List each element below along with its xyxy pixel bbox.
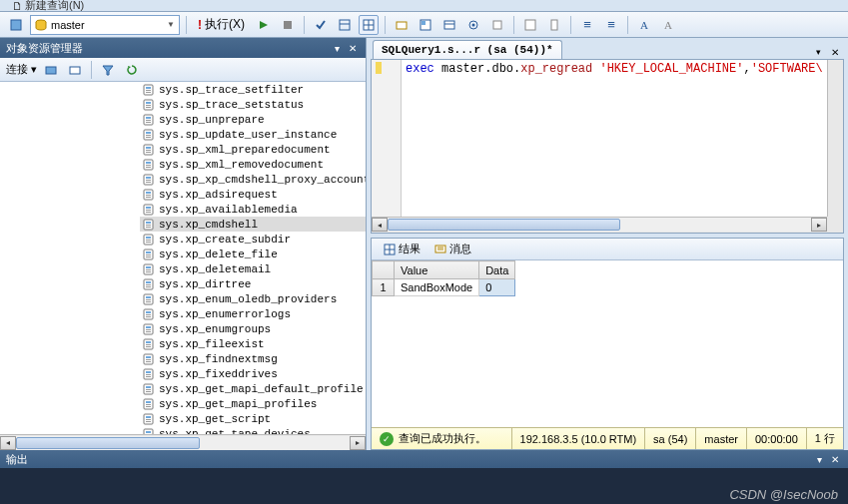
uncomment-button[interactable]: A (658, 15, 678, 35)
tree-item[interactable]: sys.sp_xp_cmdshell_proxy_account (140, 172, 366, 187)
tree-item[interactable]: sys.xp_get_mapi_profiles (140, 396, 366, 411)
btn-d[interactable] (463, 15, 483, 35)
btn-g[interactable] (544, 15, 564, 35)
tree-item[interactable]: sys.xp_enum_oledb_providers (140, 291, 366, 306)
options-button[interactable] (335, 15, 355, 35)
tree-item-label: sys.xp_enum_oledb_providers (159, 293, 337, 305)
tree-item[interactable]: sys.sp_trace_setstatus (140, 97, 366, 112)
table-row[interactable]: 1 SandBoxMode 0 (373, 279, 515, 296)
oe-btn-2[interactable] (65, 60, 85, 80)
tree-item[interactable]: sys.xp_get_script (140, 411, 366, 426)
tree-item[interactable]: sys.xp_delete_file (140, 247, 366, 261)
btn-c[interactable] (439, 15, 459, 35)
editor-v-scrollbar[interactable] (827, 60, 843, 217)
database-icon (35, 19, 47, 31)
tab-dropdown-icon[interactable]: ▾ (811, 45, 825, 59)
outdent-button[interactable]: ≡ (577, 15, 597, 35)
grid-corner[interactable] (373, 261, 395, 279)
svg-rect-92 (146, 341, 151, 343)
tree-item[interactable]: sys.xp_adsirequest (140, 187, 366, 202)
svg-rect-80 (146, 296, 151, 298)
status-bar: ✓ 查询已成功执行。 192.168.3.5 (10.0 RTM) sa (54… (372, 427, 843, 449)
messages-tab[interactable]: 消息 (428, 240, 477, 258)
ed-scroll-left[interactable]: ◂ (372, 218, 388, 232)
grid-button[interactable] (359, 15, 379, 35)
database-selector[interactable]: master (30, 15, 180, 35)
tree-item[interactable]: sys.xp_findnextmsg (140, 351, 366, 366)
stored-proc-icon (142, 113, 156, 127)
status-rows: 1 行 (806, 428, 843, 449)
results-tab[interactable]: 结果 (378, 240, 426, 258)
play-button[interactable] (254, 15, 274, 35)
stop-button[interactable] (278, 15, 298, 35)
scroll-left-button[interactable]: ◂ (0, 436, 16, 450)
tree-item[interactable]: sys.sp_xml_preparedocument (140, 142, 366, 157)
output-close-icons[interactable]: ▾ ✕ (817, 454, 842, 465)
tab-close-icon[interactable]: ✕ (828, 45, 842, 59)
svg-rect-17 (525, 20, 535, 30)
tree-item[interactable]: sys.xp_cmdshell (140, 217, 366, 232)
parse-button[interactable] (311, 15, 331, 35)
tree-item[interactable]: sys.sp_update_user_instance (140, 127, 366, 142)
oe-refresh-button[interactable] (122, 60, 142, 80)
tree-item[interactable]: sys.xp_get_mapi_default_profile (140, 381, 366, 396)
indent-button[interactable]: ≡ (601, 15, 621, 35)
ed-scroll-right[interactable]: ▸ (811, 218, 827, 232)
svg-rect-18 (551, 20, 557, 30)
tree-item[interactable]: sys.xp_fileexist (140, 336, 366, 351)
tree-item[interactable]: sys.xp_create_subdir (140, 232, 366, 247)
col-value[interactable]: Value (395, 261, 479, 279)
stored-proc-icon (142, 397, 156, 411)
toolbar-btn-1[interactable] (6, 15, 26, 35)
comment-button[interactable]: A (634, 15, 654, 35)
object-explorer-tree[interactable]: sys.sp_trace_setfiltersys.sp_trace_setst… (0, 82, 366, 434)
col-data[interactable]: Data (479, 261, 515, 279)
tree-h-scrollbar[interactable]: ◂ ▸ (0, 434, 366, 450)
tree-item[interactable]: sys.xp_enumerrorlogs (140, 306, 366, 321)
tree-item[interactable]: sys.xp_get_tape_devices (140, 426, 366, 434)
cell-data[interactable]: 0 (479, 279, 515, 296)
svg-rect-45 (146, 165, 151, 166)
output-body[interactable] (0, 468, 848, 504)
tree-item-label: sys.sp_xp_cmdshell_proxy_account (159, 174, 366, 186)
cell-value[interactable]: SandBoxMode (395, 279, 479, 296)
btn-e[interactable] (487, 15, 507, 35)
tree-item[interactable]: sys.xp_deletemail (140, 261, 366, 276)
object-explorer-pane: 对象资源管理器 ▾ ✕ 连接 ▾ sys.sp_trace_setfilters… (0, 38, 367, 450)
svg-rect-61 (146, 225, 151, 226)
sql-editor[interactable]: exec master.dbo.xp_regread 'HKEY_LOCAL_M… (371, 59, 844, 234)
messages-icon (434, 244, 446, 255)
tree-item[interactable]: sys.xp_availablemedia (140, 202, 366, 217)
database-selected: master (51, 19, 85, 31)
tree-item[interactable]: sys.xp_fixeddrives (140, 366, 366, 381)
stored-proc-icon (142, 412, 156, 426)
status-message-cell: ✓ 查询已成功执行。 (372, 428, 511, 449)
scroll-right-button[interactable]: ▸ (350, 436, 366, 450)
execute-button[interactable]: ! 执行(X) (193, 15, 250, 35)
stored-proc-icon (142, 367, 156, 381)
oe-btn-1[interactable] (41, 60, 61, 80)
editor-h-scrollbar[interactable]: ◂ ▸ (372, 217, 827, 233)
row-number[interactable]: 1 (373, 279, 395, 296)
connect-dropdown[interactable]: 连接 ▾ (6, 62, 37, 77)
stored-proc-icon (142, 262, 156, 276)
oe-filter-button[interactable] (98, 60, 118, 80)
results-grid-wrap[interactable]: Value Data 1 SandBoxMode 0 (372, 260, 843, 427)
tree-item[interactable]: sys.xp_dirtree (140, 276, 366, 291)
tree-item-label: sys.xp_get_script (159, 413, 271, 425)
svg-rect-12 (444, 21, 454, 29)
btn-a[interactable] (392, 15, 412, 35)
tree-item[interactable]: sys.xp_enumgroups (140, 321, 366, 336)
editor-gutter (372, 60, 402, 233)
tree-item-label: sys.xp_fileexist (159, 338, 265, 350)
query-tab[interactable]: SQLQuery1.s...r (sa (54))* (373, 40, 562, 59)
object-explorer-title: 对象资源管理器 (6, 41, 83, 56)
tree-item[interactable]: sys.sp_unprepare (140, 112, 366, 127)
tree-item[interactable]: sys.sp_trace_setfilter (140, 82, 366, 97)
stored-proc-icon (142, 188, 156, 202)
tree-item[interactable]: sys.sp_xml_removedocument (140, 157, 366, 172)
pane-close-icons[interactable]: ▾ ✕ (335, 43, 360, 54)
btn-b[interactable] (416, 15, 435, 35)
btn-f[interactable] (520, 15, 540, 35)
svg-rect-37 (146, 135, 151, 136)
